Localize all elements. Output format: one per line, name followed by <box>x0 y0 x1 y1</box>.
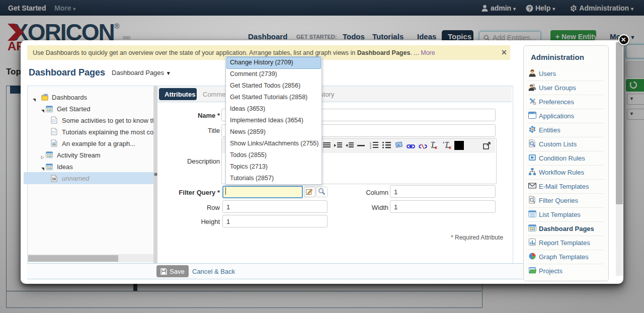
svg-text:3: 3 <box>370 146 371 149</box>
svg-text:x: x <box>449 145 451 149</box>
svg-text:x: x <box>435 145 437 149</box>
